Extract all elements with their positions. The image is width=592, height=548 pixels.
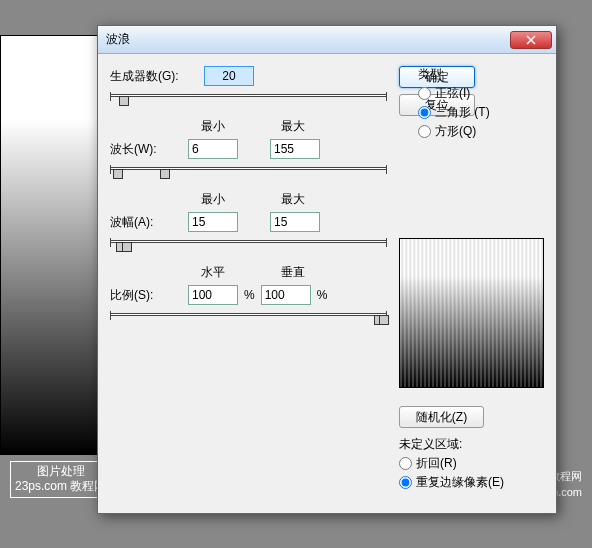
scale-label: 比例(S): [110,287,182,304]
radio-sine-label: 正弦(I) [435,85,470,102]
close-icon [526,35,536,45]
radio-sine[interactable]: 正弦(I) [418,85,518,102]
undefined-area-fieldset: 未定义区域: 折回(R) 重复边缘像素(E) [399,436,544,493]
wavelength-label: 波长(W): [110,141,182,158]
watermark-left-line2: 23ps.com 教程网 [15,479,106,495]
radio-wrap[interactable]: 折回(R) [399,455,544,472]
header-max: 最大 [268,118,318,135]
watermark-left-line1: 图片处理 [15,464,106,480]
header-max-2: 最大 [268,191,318,208]
radio-wrap-label: 折回(R) [416,455,457,472]
amplitude-max-input[interactable] [270,212,320,232]
pct-1: % [244,288,255,302]
amplitude-min-input[interactable] [188,212,238,232]
header-horizontal: 水平 [188,264,238,281]
wavelength-slider[interactable] [110,163,387,175]
radio-repeat-input[interactable] [399,476,412,489]
pct-2: % [317,288,328,302]
radio-triangle[interactable]: 三角形 (T) [418,104,518,121]
radio-square-input[interactable] [418,125,431,138]
generators-slider[interactable] [110,90,387,102]
generators-input[interactable] [204,66,254,86]
preview-panel [399,238,544,388]
header-min-2: 最小 [188,191,238,208]
type-fieldset: 类型 正弦(I) 三角形 (T) 方形(Q) [418,66,518,142]
radio-square[interactable]: 方形(Q) [418,123,518,140]
header-vertical: 垂直 [268,264,318,281]
amplitude-label: 波幅(A): [110,214,182,231]
wave-dialog: 波浪 生成器数(G): 最小 最大 波长(W): [97,25,557,514]
close-button[interactable] [510,31,552,49]
scale-slider[interactable] [110,309,387,321]
radio-repeat-label: 重复边缘像素(E) [416,474,504,491]
radio-sine-input[interactable] [418,87,431,100]
wavelength-max-input[interactable] [270,139,320,159]
generators-label: 生成器数(G): [110,68,182,85]
scale-v-input[interactable] [261,285,311,305]
scale-h-input[interactable] [188,285,238,305]
undefined-area-label: 未定义区域: [399,436,544,453]
amplitude-slider[interactable] [110,236,387,248]
radio-repeat[interactable]: 重复边缘像素(E) [399,474,544,491]
type-label: 类型 [418,66,518,83]
radio-triangle-input[interactable] [418,106,431,119]
radio-square-label: 方形(Q) [435,123,476,140]
dialog-title: 波浪 [106,31,510,48]
randomize-button[interactable]: 随机化(Z) [399,406,484,428]
radio-wrap-input[interactable] [399,457,412,470]
wavelength-min-input[interactable] [188,139,238,159]
header-min: 最小 [188,118,238,135]
titlebar[interactable]: 波浪 [98,26,556,54]
radio-triangle-label: 三角形 (T) [435,104,490,121]
